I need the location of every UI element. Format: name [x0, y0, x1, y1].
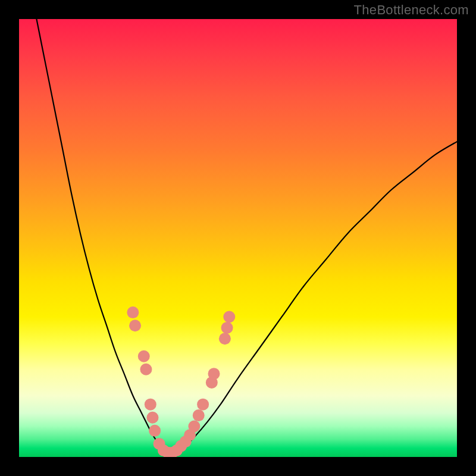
scatter-point — [129, 320, 141, 331]
scatter-point — [188, 420, 200, 432]
scatter-point — [138, 350, 150, 362]
scatter-point — [149, 425, 161, 437]
scatter-point — [193, 409, 205, 421]
scatter-point — [219, 333, 231, 345]
plot-area — [19, 19, 457, 457]
curve-right-curve — [173, 142, 457, 455]
scatter-point — [208, 368, 220, 380]
scatter-point — [146, 412, 158, 424]
scatter-point — [197, 399, 209, 411]
scatter-point — [140, 364, 152, 375]
scatter-point — [127, 306, 139, 318]
scatter-point — [221, 322, 233, 334]
scatter-point — [223, 311, 235, 322]
chart-svg — [19, 19, 457, 457]
chart-container: TheBottleneck.com — [0, 0, 476, 476]
curve-left-curve — [36, 19, 170, 455]
scatter-point — [145, 399, 156, 411]
watermark-label: TheBottleneck.com — [354, 2, 469, 18]
